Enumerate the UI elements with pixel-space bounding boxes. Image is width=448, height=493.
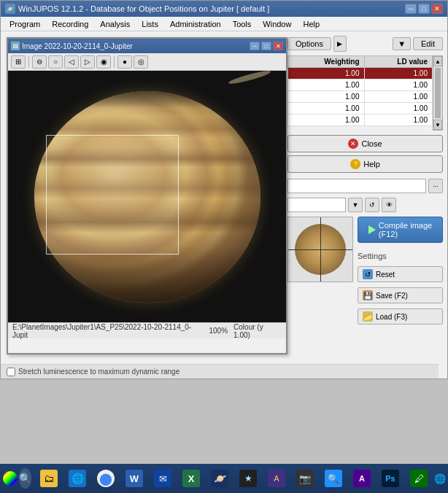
weighting-table: Weighting LD value 1.00 1.00 1.00 [287,55,433,126]
chrome-icon: ⬤ [97,470,115,487]
toolbar-circle-btn[interactable]: ○ [48,55,63,69]
table-scrollbar[interactable]: ▲ ▼ [433,55,443,131]
edit-button[interactable]: Edit [413,37,443,50]
compile-button[interactable]: Compile image(F12) [358,217,443,243]
image-minimize[interactable]: ─ [250,42,260,50]
taskbar-right: 🌐 🔊 🔋 10:00 1/1/2023 [432,470,448,486]
table-row[interactable]: 1.00 1.00 [288,103,433,114]
taskbar-app-winupos[interactable]: 🪐 [206,465,233,492]
taskbar-app-astro1[interactable]: ★ [235,465,261,492]
cell-ld: 1.00 [364,91,433,103]
toolbar-minus-btn[interactable]: ⊖ [32,55,47,69]
cell-weight: 1.00 [288,114,365,126]
menu-analysis[interactable]: Analysis [94,18,136,30]
menu-lists[interactable]: Lists [136,18,164,30]
selection-rectangle[interactable] [46,135,179,255]
toolbar-circle2-btn[interactable]: ◉ [96,55,111,69]
scrollbar-up[interactable]: ▲ [433,56,442,66]
astrometry-icon: A [353,470,371,487]
image-restore[interactable]: □ [261,42,271,50]
options-button[interactable]: Options [287,37,331,50]
menu-help[interactable]: Help [297,18,325,30]
taskbar-app-magnifier[interactable]: 🔍 [320,465,347,492]
options-arrow-button[interactable]: ▶ [333,36,347,52]
menu-recording[interactable]: Recording [46,18,94,30]
taskbar-app-astro2[interactable]: A [263,465,290,492]
word-icon: W [125,470,143,487]
image-window-icon: 🖼 [11,42,20,50]
save-label: Save (F2) [376,292,408,300]
ellipsis-button[interactable]: ··· [428,179,443,193]
taskbar-app-ps[interactable]: Ps [377,465,403,492]
cell-ld: 1.00 [364,79,433,91]
cell-weight: 1.00 [288,79,365,91]
toolbar-left-btn[interactable]: ◁ [64,55,79,69]
image-toolbar: ⊞ ⊖ ○ ◁ ▷ ◉ ● ◎ [8,53,286,71]
toolbar-right-btn[interactable]: ▷ [80,55,95,69]
value-input[interactable] [287,179,426,193]
image-color-mode: Colour (y 1.00) [233,323,282,339]
refresh-button[interactable]: ↺ [365,198,379,212]
reset-button[interactable]: ↺ Reset [358,266,443,282]
toolbar-home-btn[interactable]: ⊞ [11,55,26,69]
taskbar-app-browser[interactable]: 🌐 [64,465,90,492]
image-status-bar: E:\PlanetImages\Jupiter1\AS_P25\2022-10-… [8,322,286,338]
close-help-buttons: ✕ Close ? Help [287,135,443,173]
title-bar: 🪐 WinJUPOS 12.1.2 - Database for Object … [1,1,447,17]
scrollbar-thumb[interactable] [435,68,441,118]
dropdown-button[interactable]: ▼ [393,37,411,50]
close-button[interactable]: ✕ Close [287,135,443,152]
value-input-2[interactable] [287,198,346,212]
taskbar-app-pen[interactable]: 🖊 [406,465,432,492]
table-row[interactable]: 1.00 1.00 [288,79,433,91]
taskbar-app-camera[interactable]: 📷 [292,465,318,492]
eye-button[interactable]: 👁 [382,198,396,212]
taskbar-app-word[interactable]: W [121,465,147,492]
magnifier-icon: 🔍 [325,470,342,487]
load-button[interactable]: 📂 Load (F3) [358,308,443,325]
taskbar-app-chrome[interactable]: ⬤ [93,465,119,492]
mini-view-area: Compile image(F12) Settings ↺ Reset 💾 Sa… [287,217,443,327]
taskbar-app-outlook[interactable]: ✉ [150,465,176,492]
tray-network[interactable]: 🌐 [432,470,448,486]
winupos-icon: 🪐 [211,470,228,487]
close-button[interactable]: ✕ [431,4,443,14]
taskbar-app-excel[interactable]: X [178,465,204,492]
menu-window[interactable]: Window [257,18,297,30]
jupiter-image-area[interactable] [8,71,286,322]
taskbar-search[interactable]: 🔍 [19,468,31,489]
reset-label: Reset [376,271,395,279]
save-icon: 💾 [363,290,373,300]
taskbar: 🔍 🗂 🌐 ⬤ W ✉ X 🪐 ★ A 📷 [0,464,448,493]
dropdown-small[interactable]: ▼ [348,198,363,212]
main-content: 🖼 Image 2022-10-20-2114_0-Jupiter ─ □ ✕ … [1,31,447,379]
taskbar-app-astrometry[interactable]: A [349,465,375,492]
maximize-button[interactable]: □ [418,4,430,14]
menu-tools[interactable]: Tools [227,18,258,30]
scrollbar-down[interactable]: ▼ [433,120,442,130]
save-button[interactable]: 💾 Save (F2) [358,287,443,303]
main-app-window: 🪐 WinJUPOS 12.1.2 - Database for Object … [0,0,448,379]
menu-program[interactable]: Program [4,18,46,30]
help-label: Help [363,160,380,168]
toolbar-dot-btn[interactable]: ● [117,55,132,69]
image-close[interactable]: ✕ [273,42,283,50]
start-button[interactable] [3,467,18,490]
right-panel: Options ▶ ▼ Edit Weighting LD value [283,31,447,403]
taskbar-app-explorer[interactable]: 🗂 [36,465,62,492]
controls-row-2: ▼ ↺ 👁 [287,198,443,212]
table-row[interactable]: 1.00 1.00 [288,91,433,103]
table-row[interactable]: 1.00 1.00 [288,114,433,126]
app-title: WinJUPOS 12.1.2 - Database for Object Po… [18,4,405,13]
mini-preview [287,217,353,282]
toolbar-radio-btn[interactable]: ◎ [134,55,148,69]
table-row[interactable]: 1.00 1.00 [288,68,433,79]
excel-icon: X [182,470,200,487]
load-label: Load (F3) [376,313,407,321]
menu-administration[interactable]: Administration [164,18,227,30]
load-icon: 📂 [363,311,373,322]
minimize-button[interactable]: ─ [405,4,417,14]
stretch-checkbox[interactable] [7,368,15,376]
cell-weight: 1.00 [288,91,365,103]
help-button[interactable]: ? Help [287,155,443,173]
